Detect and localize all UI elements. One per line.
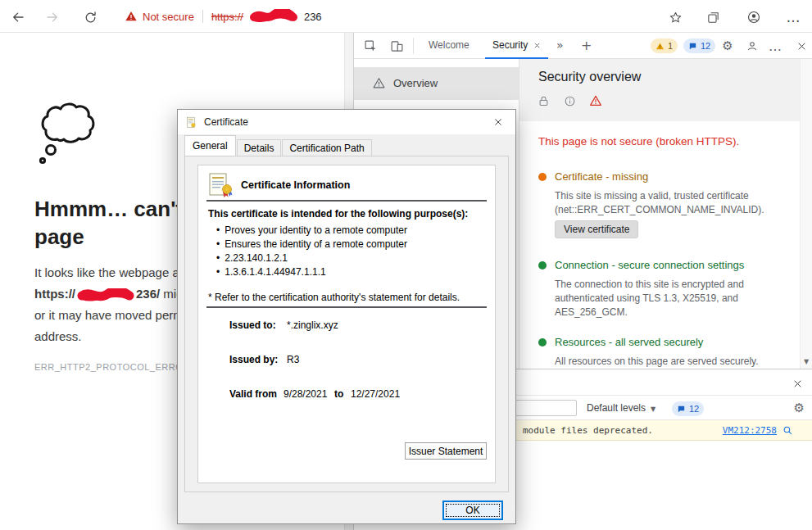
more-tabs-icon[interactable]: » (549, 33, 571, 59)
certificate-dialog-tabs: GeneralDetailsCertification Path (184, 135, 373, 156)
overview-warning-icon (372, 76, 386, 90)
valid-to-value: 12/27/2021 (351, 388, 400, 400)
lock-icon[interactable] (536, 93, 551, 108)
certificate-general-tabpage: Certificate Information This certificate… (184, 156, 509, 492)
favorites-icon[interactable] (665, 7, 685, 27)
url-host-suffix: 236 (304, 11, 322, 23)
toolbar-divider (413, 38, 414, 54)
certificate-section-body: This site is missing a valid, trusted ce… (555, 189, 797, 217)
tab-details[interactable]: Details (237, 139, 282, 156)
tab-certification-path[interactable]: Certification Path (282, 139, 371, 156)
console-source-link[interactable]: VM212:2758 (723, 420, 777, 441)
certificate-status-dot (538, 173, 547, 181)
certificate-title-icon (185, 116, 197, 129)
tab-general[interactable]: General (184, 135, 236, 156)
bullet: • (216, 238, 220, 250)
profile-avatar-icon[interactable] (744, 7, 764, 27)
view-certificate-button[interactable]: View certificate (555, 220, 638, 238)
valid-to-label: to (334, 388, 343, 400)
more-options-icon[interactable]: … (783, 7, 803, 27)
certificate-dialog-title: Certificate (204, 116, 248, 128)
chip-divider (202, 10, 203, 23)
message-bubble-icon (688, 42, 697, 51)
dialog-close-icon[interactable] (481, 110, 515, 134)
bullet: • (216, 224, 220, 236)
security-main-panel: Security overview This page is not secur… (519, 59, 812, 369)
forward-icon[interactable] (43, 7, 62, 27)
back-icon[interactable] (8, 7, 28, 27)
tab-security-label: Security (492, 39, 528, 51)
tab-welcome-label: Welcome (429, 39, 470, 51)
tab-security[interactable]: Security (485, 33, 548, 59)
console-levels-dropdown[interactable]: Default levels▼ (587, 396, 655, 420)
bullet: • (216, 252, 220, 264)
refer-note: * Refer to the certification authority's… (208, 292, 460, 303)
security-overview-header: Security overview (519, 59, 800, 121)
valid-from-value: 9/28/2021 (284, 388, 327, 400)
collections-icon[interactable] (703, 7, 723, 27)
url-scheme-struck: https:// (211, 11, 243, 23)
info-icon[interactable] (562, 93, 577, 108)
not-secure-warning-icon (125, 10, 138, 23)
body-redaction-scribble (77, 288, 134, 302)
console-messages-badge[interactable]: 12 (683, 39, 715, 53)
certificate-seal-icon (206, 172, 233, 198)
console-settings-gear-icon[interactable]: ⚙ (794, 396, 805, 420)
scroll-down-arrow-icon[interactable]: ▼ (800, 356, 812, 369)
add-panel-icon[interactable]: + (574, 33, 599, 59)
certificate-information-heading: Certificate Information (241, 179, 350, 191)
issued-by-value: R3 (287, 354, 299, 365)
messages-count: 12 (701, 41, 710, 51)
issues-badge[interactable]: 1 (651, 39, 678, 53)
device-toolbar-icon[interactable] (388, 39, 405, 53)
devtools-close-icon[interactable] (793, 39, 810, 53)
issued-to-label: Issued to: (229, 319, 276, 331)
error-url-scheme: https:// (34, 287, 75, 301)
resources-section-title: Resources - all served securely (555, 336, 703, 348)
purpose-item: •Proves your identity to a remote comput… (216, 224, 487, 236)
console-levels-label: Default levels (587, 402, 646, 414)
site-security-chip[interactable]: Not secure https:// 236 (125, 0, 322, 33)
sidebar-item-overview[interactable]: Overview (354, 67, 519, 100)
error-url-suffix: 236/ (136, 287, 160, 301)
bullet: • (216, 266, 220, 278)
certificate-dialog-titlebar[interactable]: Certificate (178, 110, 515, 134)
issuer-statement-button[interactable]: Issuer Statement (405, 442, 487, 460)
people-icon[interactable] (744, 39, 760, 53)
issues-count: 1 (668, 41, 673, 51)
console-count: 12 (689, 404, 699, 414)
tab-close-icon[interactable] (533, 42, 541, 49)
security-warning-icon[interactable] (588, 93, 603, 108)
security-panel-scrollbar[interactable]: ▼ (800, 59, 812, 369)
issues-warning-icon (655, 42, 665, 51)
inspect-element-icon[interactable] (362, 39, 379, 53)
purpose-text: 2.23.140.1.2.1 (225, 252, 288, 264)
purpose-item: •1.3.6.1.4.1.44947.1.1.1 (216, 266, 487, 278)
security-alert-text: This page is not secure (broken HTTPS). (538, 135, 788, 147)
connection-section-title: Connection - secure connection settings (555, 259, 744, 271)
separator-rule (206, 200, 487, 202)
devtools-more-icon[interactable]: … (767, 39, 783, 53)
console-drawer-close-icon[interactable] (790, 376, 805, 391)
issued-by-label: Issued by: (229, 354, 278, 365)
resources-section-body: All resources on this page are served se… (555, 355, 801, 369)
devtools-settings-gear-icon[interactable]: ⚙ (719, 39, 736, 53)
purpose-item: •2.23.140.1.2.1 (216, 252, 487, 264)
ok-button[interactable]: OK (443, 501, 502, 519)
tab-welcome[interactable]: Welcome (421, 33, 477, 59)
connection-section-body: The connection to this site is encrypted… (555, 278, 769, 319)
separator-rule (206, 306, 487, 308)
browser-toolbar: Not secure https:// 236 … (0, 0, 812, 33)
devtools-toolbar: Welcome Security » + 1 12 ⚙ … (354, 33, 812, 59)
overview-label: Overview (393, 67, 438, 100)
certificate-section-title: Certificate - missing (555, 170, 648, 183)
connection-status-dot (538, 261, 547, 270)
console-count-badge[interactable]: 12 (672, 401, 704, 416)
url-redaction-scribble (250, 9, 297, 24)
purpose-item: •Ensures the identity of a remote comput… (216, 238, 487, 250)
magnifier-icon[interactable] (783, 425, 793, 436)
purpose-intro: This certificate is intended for the fol… (208, 208, 468, 220)
security-overview-title: Security overview (538, 70, 641, 84)
not-secure-label: Not secure (143, 11, 194, 23)
refresh-icon[interactable] (80, 7, 100, 27)
